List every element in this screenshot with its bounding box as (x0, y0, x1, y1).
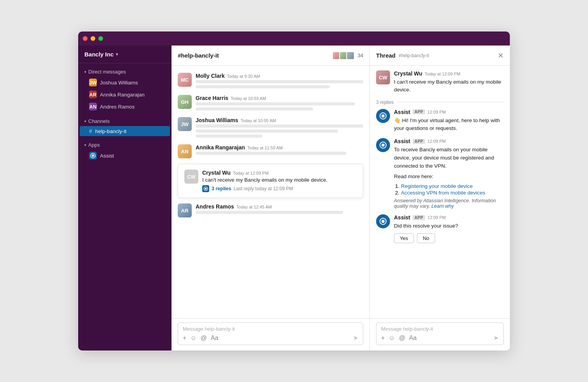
msg-line (196, 130, 338, 133)
close-thread-button[interactable]: ✕ (498, 52, 504, 59)
sidebar-item-annika[interactable]: AR Annika Rangarajan (80, 89, 170, 100)
thread-send-icon[interactable]: ➤ (494, 334, 499, 342)
table-row: AN Annika Rangarajan Today at 11:50 AM (172, 142, 369, 161)
thread-mention-icon[interactable]: @ (399, 335, 405, 342)
msg-line (196, 102, 355, 105)
assist-app-icon (89, 152, 97, 159)
thread-original-text: I can't receive my Bancly emails on my m… (394, 78, 504, 94)
channel-title: #help-bancly-it (178, 52, 219, 59)
channel-messages: MC Molly Clark Today at 9:30 AM GH (172, 66, 369, 318)
assist-avatar-2 (376, 138, 390, 152)
mention-icon[interactable]: @ (201, 335, 207, 342)
workspace-header[interactable]: Bancly Inc ▾ (78, 46, 172, 63)
emoji-icon[interactable]: ☺ (190, 335, 196, 342)
channel-panel: #help-bancly-it 34 MC (172, 46, 370, 350)
thread-emoji-icon[interactable]: ☺ (388, 335, 395, 342)
avatar-annika: AR (89, 91, 97, 98)
msg-line (196, 80, 363, 83)
avatar-joshua: JW (89, 79, 97, 86)
assist-time-3: 12:09 PM (427, 215, 446, 220)
assist-resolve-text: Did this resolve your issue? (394, 222, 458, 230)
resolve-buttons: Yes No (394, 233, 458, 243)
link-register[interactable]: Registering your mobile device (401, 183, 473, 189)
msg-line (196, 124, 363, 128)
replies-count-link[interactable]: 3 replies (212, 186, 231, 191)
msg-time-molly: Today at 9:30 AM (227, 74, 260, 79)
replies-divider: 3 replies (376, 100, 504, 105)
sidebar-item-joshua[interactable]: JW Joshua Williams (80, 77, 170, 88)
channels-section: ▾ Channels # help-bancly-it (78, 117, 172, 137)
apps-header[interactable]: ▾ Apps (78, 140, 172, 149)
thread-panel: Thread #help-bancly-it ✕ CW Crystal Wu T… (370, 46, 510, 350)
thread-format-icon[interactable]: Aa (409, 335, 417, 342)
table-row: AR Andres Ramos Today at 12:45 AM (172, 201, 369, 220)
highlighted-message-crystal[interactable]: CW Crystal Wu Today at 12:09 PM I can't … (178, 164, 363, 198)
channels-header[interactable]: ▾ Channels (78, 117, 172, 126)
collapse-apps-icon: ▾ (84, 143, 86, 147)
no-button[interactable]: No (417, 233, 435, 243)
channel-input-box[interactable]: Message help-bancly-it + ☺ @ Aa ➤ (178, 322, 363, 345)
assist-message-1: Assist APP 12:09 PM 👋 Hi! I'm your virtu… (376, 109, 504, 133)
direct-messages-header[interactable]: ▾ Direct messages (78, 67, 172, 76)
replies-count-label: 3 replies (376, 100, 394, 105)
app-badge-1: APP (413, 109, 425, 114)
thread-add-icon[interactable]: + (381, 335, 385, 342)
svg-point-9 (382, 220, 385, 223)
divider-line (397, 102, 504, 102)
apps-label: Apps (88, 142, 100, 148)
avatar-annika-msg: AN (178, 144, 192, 158)
assist-text-intro: To receive Bancly emails on your mobile … (394, 146, 504, 170)
msg-author-annika: Annika Rangarajan (196, 144, 245, 151)
maximize-traffic-light[interactable] (98, 36, 103, 41)
apps-section: ▾ Apps Assist (78, 140, 172, 162)
collapse-arrow-icon: ▾ (84, 70, 86, 74)
thread-original-author: Crystal Wu (394, 70, 422, 77)
close-traffic-light[interactable] (83, 36, 88, 41)
avatar-crystal-thread: CW (376, 70, 390, 84)
minimize-traffic-light[interactable] (91, 36, 95, 41)
app-badge-3: APP (413, 215, 425, 220)
svg-point-5 (382, 114, 385, 117)
add-icon[interactable]: + (183, 335, 186, 342)
send-icon[interactable]: ➤ (353, 334, 358, 342)
assist-message-2: Assist APP 12:09 PM To receive Bancly em… (376, 138, 504, 209)
assist-links-list: Registering your mobile device Accessing… (401, 183, 504, 196)
thread-title: Thread (376, 52, 396, 59)
sidebar-item-label-assist: Assist (100, 153, 114, 159)
thread-input-placeholder[interactable]: Message help-bancly-it (381, 326, 499, 332)
sidebar-item-label-channel: help-bancly-it (95, 128, 126, 134)
thread-original-message: CW Crystal Wu Today at 12:09 PM I can't … (376, 70, 504, 94)
format-icon[interactable]: Aa (211, 335, 219, 342)
learn-why-link[interactable]: Learn why (431, 203, 454, 209)
sidebar-item-help-bancly-it[interactable]: # help-bancly-it (80, 126, 170, 136)
svg-point-7 (382, 144, 385, 147)
assist-text-1: 👋 Hi! I'm your virtual agent, here to he… (394, 117, 504, 133)
assist-avatar-1 (376, 109, 390, 123)
sidebar-item-andres[interactable]: AN Andres Ramos (80, 101, 170, 112)
msg-author-joshua: Joshua Williams (196, 117, 238, 123)
assist-message-3: Assist APP 12:09 PM Did this resolve you… (376, 214, 504, 243)
sidebar-item-assist[interactable]: Assist (80, 150, 170, 161)
channel-header-right: 34 (332, 51, 363, 60)
sidebar-item-label-annika: Annika Rangarajan (100, 92, 145, 98)
thread-input-box[interactable]: Message help-bancly-it + ☺ @ Aa ➤ (376, 322, 504, 345)
assist-avatar-3 (376, 214, 390, 228)
app-window: Bancly Inc ▾ ▾ Direct messages JW Joshua… (78, 32, 510, 350)
channel-header: #help-bancly-it 34 (172, 46, 369, 66)
assist-name-3: Assist (394, 214, 410, 221)
yes-button[interactable]: Yes (394, 233, 414, 243)
replies-icon (202, 185, 209, 192)
channel-input-placeholder[interactable]: Message help-bancly-it (183, 326, 358, 332)
member-avatars (332, 51, 355, 60)
member-avatar-3 (346, 51, 355, 60)
avatar-grace: GH (178, 95, 192, 109)
link-vpn[interactable]: Accessing VPN from mobile devices (401, 190, 485, 196)
thread-header: Thread #help-bancly-it ✕ (370, 46, 510, 66)
avatar-andres-msg: AR (178, 203, 192, 217)
avatar-joshua-msg: JW (178, 117, 192, 131)
svg-point-1 (92, 154, 94, 157)
msg-time-joshua: Today at 10:05 AM (241, 118, 276, 123)
channels-label: Channels (88, 118, 110, 124)
avatar-molly: MC (178, 73, 192, 87)
msg-line (196, 152, 346, 155)
